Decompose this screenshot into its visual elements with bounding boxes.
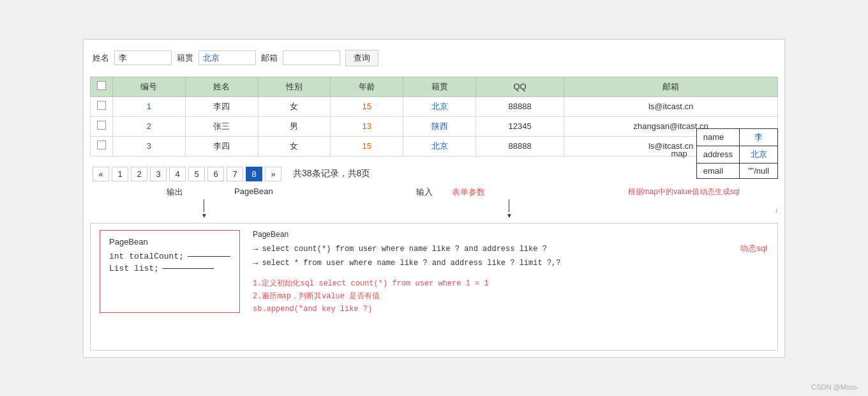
pagination-map-row: « 1 2 3 4 5 6 7 8 » 共38条记录，共8页 map name xyxy=(90,163,778,185)
page-5[interactable]: 5 xyxy=(188,167,205,181)
arrow-2: → xyxy=(253,258,258,268)
name-input[interactable] xyxy=(114,50,172,65)
bottom-annotations: 1.定义初始化sql select count(*) from user whe… xyxy=(253,277,768,316)
row-gender-3: 女 xyxy=(258,136,331,156)
vertical-arrows: ▼ ▼ ↓ xyxy=(90,199,778,219)
pagebean-box-title: PageBean xyxy=(109,237,230,247)
annotation-2: 2.遍历map，判断其value 是否有值 xyxy=(253,290,768,303)
sql-area: PageBean → select count(*) from user whe… xyxy=(253,230,768,316)
sql-line-2: → select * from user where name like ? a… xyxy=(253,258,768,268)
page-next[interactable]: » xyxy=(265,167,281,181)
col-jiguan: 籍贯 xyxy=(403,77,476,96)
page-8-active[interactable]: 8 xyxy=(246,167,262,181)
page-7[interactable]: 7 xyxy=(227,167,243,181)
totalcount-text: int totalCount; xyxy=(109,252,184,261)
query-button[interactable]: 查询 xyxy=(345,50,378,66)
watermark: CSDN @Msss- xyxy=(811,383,859,391)
row-id-3[interactable]: 3 xyxy=(113,136,186,156)
arrow-1: → xyxy=(253,244,258,254)
row-qq-1: 88888 xyxy=(475,96,564,116)
col-gender: 性别 xyxy=(258,77,331,96)
jiguan-label: 籍贯 xyxy=(177,52,193,64)
page-2[interactable]: 2 xyxy=(131,167,147,181)
row-checkbox-1 xyxy=(91,96,113,116)
row-jiguan-1: 北京 xyxy=(403,96,476,116)
row-id-1[interactable]: 1 xyxy=(113,96,186,116)
diagram-top-labels: 输出 PageBean 输入 表单参数 根据map中的value值动态生成sql xyxy=(90,185,778,199)
map-table: name 李 address 北京 email ""/null xyxy=(696,128,778,179)
map-annotation: 根据map中的value值动态生成sql xyxy=(628,187,740,197)
map-val-name: 李 xyxy=(740,128,778,146)
row-gender-2: 男 xyxy=(258,116,331,136)
table-section: 编号 姓名 性别 年龄 籍贯 QQ 邮箱 1 李四 女 15 北京 888 xyxy=(90,77,778,185)
map-row-address: address 北京 xyxy=(696,146,777,163)
annotation-3: sb.append("and key like ?) xyxy=(253,303,768,316)
row-qq-3: 88888 xyxy=(475,136,564,156)
form-params-label: 表单参数 xyxy=(452,187,485,198)
name-label: 姓名 xyxy=(93,52,109,64)
col-checkbox xyxy=(91,77,113,96)
map-key-email: email xyxy=(696,163,739,178)
list-dash xyxy=(163,268,214,269)
col-age: 年龄 xyxy=(331,77,403,96)
page-prev[interactable]: « xyxy=(93,167,109,181)
page-4[interactable]: 4 xyxy=(169,167,186,181)
map-row-email: email ""/null xyxy=(696,163,777,178)
annotation-1: 1.定义初始化sql select count(*) from user whe… xyxy=(253,277,768,290)
row-checkbox-2 xyxy=(91,116,113,136)
row-age-1: 15 xyxy=(331,96,403,116)
output-label: 输出 xyxy=(167,187,183,198)
row-age-2: 13 xyxy=(331,116,403,136)
row-gender-1: 女 xyxy=(258,96,331,116)
diagram-section: PageBean int totalCount; List list; Page… xyxy=(90,223,778,351)
page-6[interactable]: 6 xyxy=(207,167,224,181)
col-email: 邮箱 xyxy=(564,77,778,96)
page-info: 共38条记录，共8页 xyxy=(293,168,370,179)
row-qq-2: 12345 xyxy=(475,116,564,136)
list-text: List list; xyxy=(109,264,159,273)
row-name-2: 张三 xyxy=(185,116,258,136)
row-jiguan-2: 陕西 xyxy=(403,116,476,136)
map-key-address: address xyxy=(696,146,739,163)
map-container: map name 李 address 北京 email ""/null xyxy=(671,128,778,179)
input-label: 输入 xyxy=(416,187,433,198)
row-checkbox-3 xyxy=(91,136,113,156)
jiguan-input[interactable] xyxy=(198,50,256,65)
search-bar: 姓名 籍贯 邮箱 查询 xyxy=(90,46,778,70)
output-pagebean-labels: 输出 PageBean xyxy=(167,187,273,198)
col-id: 编号 xyxy=(113,77,186,96)
sql-text-2: select * from user where name like ? and… xyxy=(262,259,560,268)
dynamic-sql-label: 动态sql xyxy=(740,243,767,254)
header-checkbox[interactable] xyxy=(97,81,106,90)
diagram-content: PageBean int totalCount; List list; Page… xyxy=(100,230,768,316)
sql-text-1: select count(*) from user where name lik… xyxy=(262,245,546,254)
pagebean-label-top: PageBean xyxy=(234,187,273,198)
map-val-address: 北京 xyxy=(740,146,778,163)
page-1[interactable]: 1 xyxy=(112,167,128,181)
row-name-1: 李四 xyxy=(185,96,258,116)
input-form-labels: 输入 表单参数 xyxy=(416,187,485,198)
page-3[interactable]: 3 xyxy=(150,167,167,181)
sql-line-1: → select count(*) from user where name l… xyxy=(253,244,768,254)
email-label: 邮箱 xyxy=(261,52,278,64)
row-name-3: 李四 xyxy=(185,136,258,156)
email-input[interactable] xyxy=(283,50,340,65)
arrow-input: ▼ xyxy=(506,199,513,219)
map-val-email: ""/null xyxy=(740,163,778,178)
col-qq: QQ xyxy=(475,77,564,96)
row-email-1: ls@itcast.cn xyxy=(564,96,778,116)
diagram-outer: 输出 PageBean 输入 表单参数 根据map中的value值动态生成sql… xyxy=(90,185,778,351)
row-jiguan-3: 北京 xyxy=(403,136,476,156)
col-name: 姓名 xyxy=(185,77,258,96)
arrow-output: ▼ xyxy=(201,199,207,219)
pagebean-ref-label: PageBean xyxy=(253,230,768,239)
map-row-name: name 李 xyxy=(696,128,777,146)
map-label: map xyxy=(671,149,687,158)
totalcount-line: int totalCount; xyxy=(109,252,230,261)
map-key-name: name xyxy=(696,128,739,146)
list-line: List list; xyxy=(109,264,230,273)
row-id-2[interactable]: 2 xyxy=(113,116,186,136)
row-age-3: 15 xyxy=(331,136,403,156)
totalcount-dash xyxy=(188,256,230,257)
table-row: 1 李四 女 15 北京 88888 ls@itcast.cn xyxy=(91,96,778,116)
